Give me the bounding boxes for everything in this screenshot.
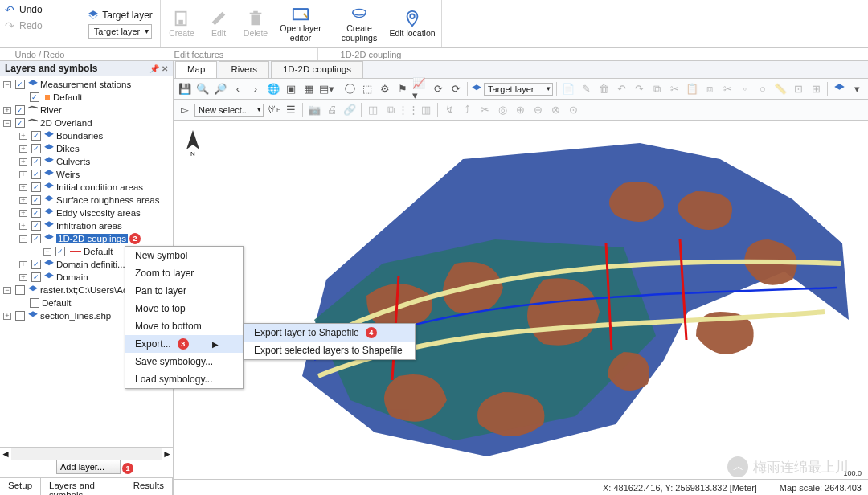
tb-ra-icon[interactable]: ◫ xyxy=(365,102,381,118)
tb-globe-icon[interactable]: 🌐 xyxy=(265,81,281,97)
tree-measurement[interactable]: −Measurement stations xyxy=(0,78,173,91)
edit-button[interactable]: Edit xyxy=(201,2,236,46)
map-tab-map[interactable]: Map xyxy=(175,61,217,78)
undo-button[interactable]: ↶ Undo xyxy=(5,3,75,16)
tb-layersview-icon[interactable] xyxy=(831,81,847,97)
tb-delfeat-icon[interactable]: 🗑 xyxy=(596,81,612,97)
mi-new-symbol[interactable]: New symbol xyxy=(125,247,243,264)
tb-snap2-icon[interactable]: ⊞ xyxy=(808,81,824,97)
tb-refresh-icon[interactable]: ⟳ xyxy=(430,81,446,97)
caption-coupling: 1D-2D coupling xyxy=(318,48,424,60)
sidebar-hscroll[interactable]: ◄► xyxy=(0,447,173,460)
tb-merge-icon[interactable]: ⧈ xyxy=(702,81,718,97)
tb-rc-icon[interactable]: ⋮⋮ xyxy=(400,102,416,118)
tb-paste-icon[interactable]: 📋 xyxy=(684,81,700,97)
tb-next-icon[interactable]: › xyxy=(248,81,264,97)
map-canvas[interactable]: N xyxy=(174,121,868,479)
map-tab-rivers[interactable]: Rivers xyxy=(219,61,269,78)
delete-button[interactable]: Delete xyxy=(238,2,273,46)
tb-save-icon[interactable]: 💾 xyxy=(177,81,193,97)
tb-rg-icon[interactable]: ✂ xyxy=(477,102,493,118)
tb-share-icon[interactable]: 🔗 xyxy=(342,102,358,118)
tb-flag-icon[interactable]: ⚑ xyxy=(395,81,411,97)
tb-filter-icon[interactable]: ⩔F xyxy=(265,102,281,118)
tb-undo2-icon[interactable]: ↶ xyxy=(613,81,629,97)
map-target-layer-select[interactable]: Target layer xyxy=(484,83,553,96)
open-layer-editor-button[interactable]: Open layer editor xyxy=(275,2,326,46)
tb-editfeat-icon[interactable]: ✎ xyxy=(578,81,594,97)
tab-setup[interactable]: Setup xyxy=(0,478,41,495)
tree-culverts[interactable]: +Culverts xyxy=(0,155,173,168)
mi-save-symbology[interactable]: Save symbology... xyxy=(125,353,243,370)
tb-chart-icon[interactable]: 📈▾ xyxy=(412,81,428,97)
new-select[interactable]: New select... xyxy=(194,104,264,117)
tb-grid-icon[interactable]: ▦ xyxy=(301,81,317,97)
target-layer-select[interactable]: Target layer xyxy=(88,24,152,39)
tb-ruler-icon[interactable]: 📏 xyxy=(772,81,788,97)
tb-print-icon[interactable]: 🖨 xyxy=(324,102,340,118)
mi-pan-layer[interactable]: Pan to layer xyxy=(125,282,243,300)
tab-layers[interactable]: Layers and symbols xyxy=(41,477,125,494)
tb-cut-icon[interactable]: ✂ xyxy=(666,81,682,97)
tb-legend-icon[interactable]: ▤▾ xyxy=(318,81,334,97)
tb-rd-icon[interactable]: ▥ xyxy=(418,102,434,118)
mi-export[interactable]: Export... 3 ▶ xyxy=(125,335,243,353)
tb-newfeat-icon[interactable]: 📄 xyxy=(560,81,576,97)
tb-rj-icon[interactable]: ⊖ xyxy=(530,102,546,118)
tree-boundaries[interactable]: +Boundaries xyxy=(0,129,173,142)
tree-roughness[interactable]: +Surface roughness areas xyxy=(0,194,173,207)
tree-weirs[interactable]: +Weirs xyxy=(0,168,173,181)
tree-measurement-def[interactable]: Default xyxy=(0,91,173,104)
mi-move-top[interactable]: Move to top xyxy=(125,300,243,317)
redo-button[interactable]: ↷ Redo xyxy=(5,19,75,32)
tb-rk-icon[interactable]: ⊗ xyxy=(547,102,563,118)
tb-snap-icon[interactable]: ⊡ xyxy=(790,81,806,97)
tree-infiltration[interactable]: +Infiltration areas xyxy=(0,219,173,232)
tb-ri-icon[interactable]: ⊕ xyxy=(512,102,528,118)
mi-zoom-layer[interactable]: Zoom to layer xyxy=(125,264,243,282)
tb-select-icon[interactable]: ⬚ xyxy=(359,81,375,97)
redo-icon: ↷ xyxy=(5,19,14,32)
tb-rl-icon[interactable]: ⊙ xyxy=(565,102,581,118)
tb-zoomin-icon[interactable]: 🔍 xyxy=(194,81,211,97)
tb-extent-icon[interactable]: ▣ xyxy=(283,81,299,97)
tb-copy-icon[interactable]: ⧉ xyxy=(649,81,665,97)
tb-re-icon[interactable]: ↯ xyxy=(441,102,457,118)
tb-prev-icon[interactable]: ‹ xyxy=(230,81,246,97)
mi-move-bottom[interactable]: Move to bottom xyxy=(125,317,243,335)
tb-refresh2-icon[interactable]: ⟳ xyxy=(448,81,464,97)
tb-stack-icon[interactable]: ☰ xyxy=(283,102,299,118)
pin-icon[interactable]: 📌 ✕ xyxy=(149,64,168,73)
badge-4: 4 xyxy=(366,327,377,338)
create-button[interactable]: Create xyxy=(164,2,199,46)
caption-undo-redo: Undo / Redo xyxy=(0,48,80,60)
tab-results[interactable]: Results xyxy=(125,478,173,495)
tree-couplings[interactable]: −1D-2D couplings2 xyxy=(0,232,173,245)
tb-redo2-icon[interactable]: ↷ xyxy=(631,81,647,97)
mi-export-selected-shapefile[interactable]: Export selected layers to Shapefile xyxy=(244,342,415,359)
tree-overland[interactable]: −2D Overland xyxy=(0,117,173,129)
tb-rh-icon[interactable]: ◎ xyxy=(494,102,510,118)
tb-info-icon[interactable]: ⓘ xyxy=(342,81,358,97)
tree-initial[interactable]: +Initial condition areas xyxy=(0,181,173,194)
mi-export-shapefile[interactable]: Export layer to Shapefile 4 xyxy=(244,324,415,342)
map-tab-coup[interactable]: 1D-2D couplings xyxy=(271,61,363,78)
tb-node2-icon[interactable]: ○ xyxy=(755,81,771,97)
add-layer-button[interactable]: Add layer... xyxy=(56,460,121,474)
tb-node-icon[interactable]: ◦ xyxy=(737,81,753,97)
tb-layersview-dd[interactable]: ▾ xyxy=(849,81,865,97)
create-couplings-button[interactable]: Create couplings xyxy=(334,2,385,46)
tree-river[interactable]: +River xyxy=(0,104,173,117)
tb-split-icon[interactable]: ✂ xyxy=(719,81,735,97)
tb-cam-icon[interactable]: 📷 xyxy=(306,102,322,118)
tb-zoomout-icon[interactable]: 🔎 xyxy=(212,81,228,97)
mi-load-symbology[interactable]: Load symbology... xyxy=(125,370,243,388)
tree-eddy[interactable]: +Eddy viscosity areas xyxy=(0,207,173,219)
watermark-logo-icon: ෴ xyxy=(727,456,748,477)
tb-rf-icon[interactable]: ⤴ xyxy=(459,102,475,118)
tb-rb-icon[interactable]: ⧉ xyxy=(383,102,399,118)
tb-gear-icon[interactable]: ⚙ xyxy=(377,81,393,97)
tb-cursor-icon[interactable]: ▻ xyxy=(177,102,193,118)
tree-dikes[interactable]: +Dikes xyxy=(0,142,173,155)
edit-location-button[interactable]: Edit location xyxy=(387,2,438,46)
